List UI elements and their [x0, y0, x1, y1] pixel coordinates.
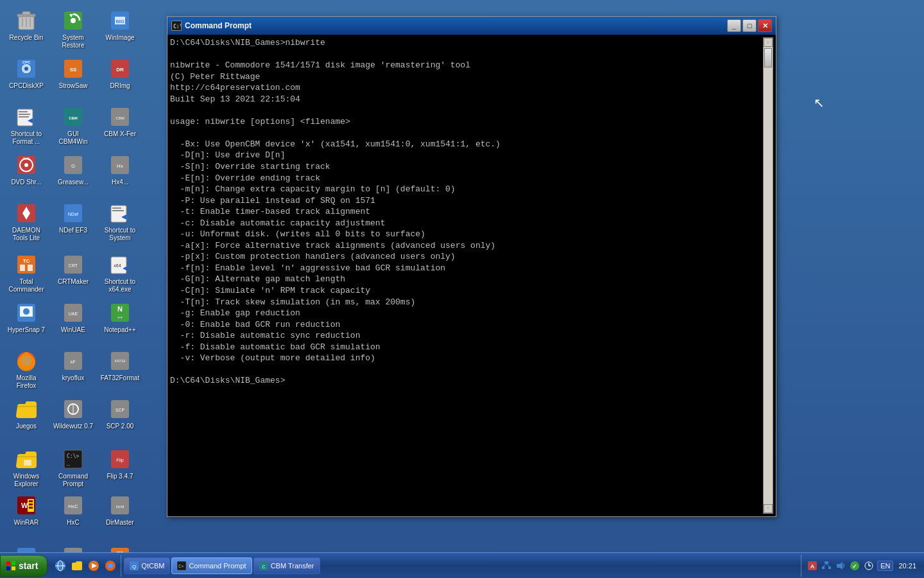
- svg-text:CPC: CPC: [22, 60, 31, 64]
- scroll-track[interactable]: [764, 47, 773, 504]
- svg-text:x64: x64: [114, 263, 121, 268]
- icon-wildewutz[interactable]: Wildewutz 0.7: [50, 395, 96, 443]
- icon-cbm-xfer[interactable]: CBM CBM X-Fer: [97, 103, 143, 151]
- icon-flip[interactable]: Flip Flip 3.4.7: [97, 445, 143, 493]
- svg-rect-42: [112, 210, 124, 211]
- cmd-content-area: D:\C64\Disks\NIB_Games>nibwrite nibwrite…: [167, 35, 776, 516]
- icon-hx4[interactable]: Hx Hx4...: [97, 151, 143, 199]
- icon-winimage[interactable]: IMG WinImage: [97, 6, 143, 55]
- tray-clock-icon: [863, 560, 875, 572]
- windows-logo-icon: [6, 561, 16, 571]
- svg-text:CBM: CBM: [116, 116, 124, 120]
- icon-system-restore-label: System Restore: [53, 34, 94, 49]
- desktop: Recycle Bin CPC CPCDiskXP: [0, 0, 924, 552]
- tray-antivirus-icon[interactable]: ✓: [849, 560, 860, 572]
- task-qtcbm[interactable]: Q QtCBM: [124, 557, 170, 574]
- tray-volume-icon[interactable]: [835, 560, 846, 572]
- icon-fat32format-label: FAT32Format: [101, 374, 139, 382]
- quick-ie-icon[interactable]: [53, 558, 68, 574]
- cmd-close-button[interactable]: ✕: [758, 19, 772, 32]
- language-indicator[interactable]: EN: [877, 561, 893, 571]
- icon-shortcut-system[interactable]: Shortcut to System: [97, 199, 143, 247]
- svg-rect-13: [19, 116, 29, 118]
- svg-rect-99: [12, 561, 15, 565]
- icon-recycle-bin-label: Recycle Bin: [10, 34, 44, 42]
- svg-rect-11: [19, 111, 28, 112]
- icon-ndef-ef3[interactable]: NDef NDef EF3: [50, 199, 96, 247]
- icon-kryoflux-label: kryoflux: [62, 374, 84, 382]
- icon-shortcut-format[interactable]: Shortcut to Format ...: [3, 103, 49, 151]
- icon-juegos[interactable]: Juegos: [3, 395, 49, 443]
- cmd-titlebar[interactable]: C:\ Command Prompt _ □ ✕: [167, 17, 776, 35]
- svg-text:DVD: DVD: [23, 157, 30, 161]
- cmd-scrollbar[interactable]: ▲ ▼: [763, 37, 773, 514]
- icon-crtmaker-label: CRTMaker: [58, 278, 89, 286]
- svg-text:C:\>: C:\>: [67, 453, 79, 459]
- svg-rect-100: [6, 566, 10, 570]
- icon-kryoflux[interactable]: kF kryoflux: [50, 347, 96, 395]
- quick-firefox-taskbar-icon[interactable]: [103, 558, 118, 574]
- icon-cpcdiskxp[interactable]: CPC CPCDiskXP: [3, 55, 49, 103]
- svg-rect-46: [20, 265, 25, 271]
- icon-fat32format[interactable]: FAT32 FAT32Format: [97, 347, 143, 395]
- svg-rect-81: [29, 500, 33, 502]
- icon-windows-explorer-label: Windows Explorer: [6, 473, 47, 488]
- svg-text:SS: SS: [70, 67, 77, 73]
- icon-strowsaw[interactable]: SS StrowSaw: [50, 55, 96, 103]
- icon-windows-explorer[interactable]: Windows Explorer: [3, 445, 49, 493]
- icon-dirmaster[interactable]: DirM DirMaster: [97, 491, 143, 539]
- svg-text:W: W: [21, 502, 28, 509]
- svg-rect-119: [828, 566, 831, 569]
- taskbar-clock[interactable]: 20:21: [896, 562, 919, 570]
- icon-firefox[interactable]: Mozilla Firefox: [3, 347, 49, 395]
- icon-dirmaster-label: DirMaster: [106, 519, 133, 527]
- icon-shortcut-x64[interactable]: x64 Shortcut to x64.exe: [97, 250, 143, 299]
- scroll-down-arrow[interactable]: ▼: [764, 504, 773, 513]
- icon-greasew[interactable]: G Greasew...: [50, 151, 96, 199]
- svg-marker-122: [837, 562, 843, 570]
- quick-folder-icon[interactable]: [69, 558, 85, 574]
- scroll-up-arrow[interactable]: ▲: [764, 38, 773, 47]
- start-button[interactable]: start: [0, 555, 47, 577]
- svg-text:C:\: C:\: [173, 24, 181, 30]
- icon-notepadpp[interactable]: N ++ Notepad++: [97, 299, 143, 347]
- icon-shortcut-x64-label: Shortcut to x64.exe: [99, 278, 141, 293]
- icon-flip-label: Flip 3.4.7: [107, 473, 133, 480]
- icon-shortcut-system-label: Shortcut to System: [99, 227, 141, 242]
- icon-firefox-label: Mozilla Firefox: [6, 374, 47, 390]
- icon-greasew-label: Greasew...: [58, 179, 89, 186]
- scroll-thumb[interactable]: [764, 48, 772, 67]
- icon-hxc[interactable]: HxC HxC: [50, 491, 96, 539]
- icon-daemon-tools[interactable]: DAEMON Tools Lite: [3, 199, 49, 247]
- icon-crtmaker[interactable]: CRT CRTMaker: [50, 250, 96, 299]
- task-cbm-transfer[interactable]: C CBM Transfer: [253, 557, 320, 574]
- tray-network-icon[interactable]: [821, 560, 832, 572]
- icon-dvd-shrink[interactable]: DVD DVD Shr...: [3, 151, 49, 199]
- icon-scp200[interactable]: SCP SCP 2.00: [97, 395, 143, 443]
- cmd-window: C:\ Command Prompt _ □ ✕ D:\C64\Disks\NI…: [167, 16, 776, 517]
- icon-winuae[interactable]: UAE WinUAE: [50, 299, 96, 347]
- svg-rect-41: [112, 207, 121, 209]
- svg-text:DR: DR: [116, 67, 124, 73]
- task-qtcbm-label: QtCBM: [141, 562, 164, 570]
- icon-gui-cbm4win[interactable]: CBM GUI CBM4Win: [50, 103, 96, 151]
- icon-winimage-label: WinImage: [105, 34, 134, 42]
- icon-hypersnap[interactable]: HyperSnap 7: [3, 299, 49, 347]
- icon-total-commander-1[interactable]: TC Total Commander: [3, 250, 49, 299]
- quick-media-icon[interactable]: [86, 558, 101, 574]
- icon-winrar[interactable]: W WinRAR: [3, 491, 49, 539]
- task-command-prompt[interactable]: C> Command Prompt: [171, 557, 252, 574]
- taskbar: start: [0, 552, 924, 578]
- cmd-maximize-button[interactable]: □: [742, 19, 757, 32]
- cmd-titlebar-buttons: _ □ ✕: [727, 19, 772, 32]
- icon-system-restore[interactable]: System Restore: [50, 6, 96, 55]
- svg-text:HxC: HxC: [68, 504, 78, 509]
- icon-recycle-bin[interactable]: Recycle Bin: [3, 6, 49, 55]
- svg-text:Flip: Flip: [116, 458, 123, 463]
- svg-rect-117: [825, 561, 828, 564]
- icon-command-prompt-desktop[interactable]: C:\> _ Command Prompt: [50, 445, 96, 493]
- cmd-minimize-button[interactable]: _: [727, 19, 741, 32]
- icon-drimg[interactable]: DR DRImg: [97, 55, 143, 103]
- svg-text:CRT: CRT: [69, 263, 78, 268]
- tray-atm-icon[interactable]: A: [807, 560, 818, 572]
